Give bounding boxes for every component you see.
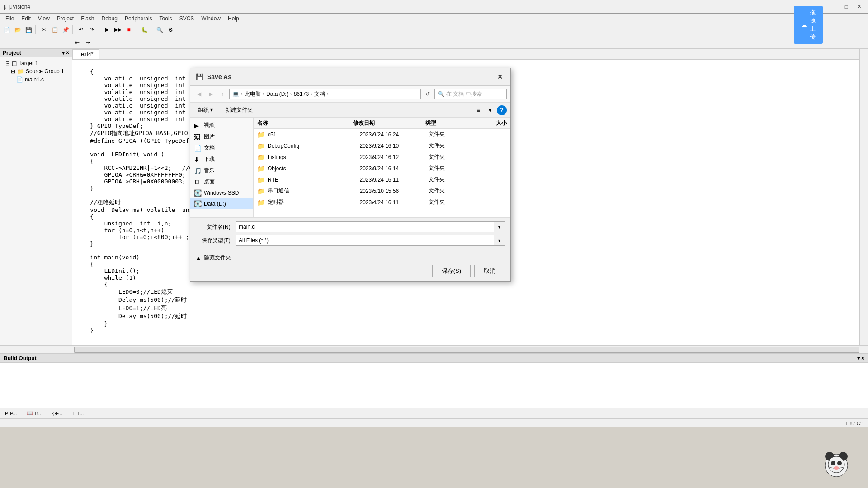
tab-text4[interactable]: Text4* xyxy=(72,49,99,59)
menu-window[interactable]: Window xyxy=(198,14,224,23)
paste-btn[interactable]: 📌 xyxy=(61,25,71,35)
bottom-tab-project[interactable]: P P... xyxy=(0,408,22,418)
nav-refresh-button[interactable]: ↺ xyxy=(423,89,433,99)
open-btn[interactable]: 📂 xyxy=(13,25,23,35)
bottom-tab-templates[interactable]: T T... xyxy=(67,408,89,418)
cut-btn[interactable]: ✂ xyxy=(39,25,49,35)
search-box[interactable]: 🔍 在 文档 中搜索 xyxy=(434,89,507,99)
maximize-button[interactable]: □ xyxy=(841,2,852,11)
bottom-tab-funcs[interactable]: {}F... xyxy=(47,408,67,418)
filename-input[interactable] xyxy=(236,221,494,232)
file-row-rte[interactable]: 📁 RTE 2023/9/24 16:11 文件夹 xyxy=(254,174,510,185)
nav-music[interactable]: 🎵 音乐 xyxy=(190,165,253,176)
horizontal-scrollbar[interactable] xyxy=(74,347,859,353)
redo-btn[interactable]: ↷ xyxy=(87,25,97,35)
search-icon: 🔍 xyxy=(438,91,444,97)
close-button[interactable]: ✕ xyxy=(854,2,864,11)
status-position: L:87 C:1 xyxy=(845,421,864,426)
upload-icon: ☁ xyxy=(801,22,807,28)
nav-desktop[interactable]: 🖥 桌面 xyxy=(190,176,253,188)
svg-point-5 xyxy=(837,461,842,465)
file-row-serial[interactable]: 📁 串口通信 2023/5/10 15:56 文件夹 xyxy=(254,185,510,197)
menu-file[interactable]: File xyxy=(2,14,18,23)
window-controls: ─ □ ✕ xyxy=(828,2,864,11)
outdent-btn[interactable]: ⇥ xyxy=(83,38,93,47)
nav-downloads[interactable]: ⬇ 下载 xyxy=(190,154,253,165)
col-header-name[interactable]: 名称 xyxy=(257,119,353,127)
file-date-timer: 2023/4/24 16:11 xyxy=(359,199,429,206)
toolbar-1: 📄 📂 💾 ✂ 📋 📌 ↶ ↷ ▶ ▶▶ ■ 🐛 🔍 ⚙ xyxy=(0,23,868,36)
file-row-listings[interactable]: 📁 Listings 2023/9/24 16:12 文件夹 xyxy=(254,151,510,163)
nav-pictures[interactable]: 🖼 图片 xyxy=(190,131,253,142)
cancel-button[interactable]: 取消 xyxy=(474,265,505,277)
filetype-dropdown[interactable]: ▾ xyxy=(494,235,505,246)
minimize-button[interactable]: ─ xyxy=(828,2,839,11)
path-sep-2: › xyxy=(263,91,264,97)
address-path[interactable]: 💻 › 此电脑 › Data (D:) › 86173 › 文档 › xyxy=(229,89,421,99)
copy-btn[interactable]: 📋 xyxy=(50,25,60,35)
build-output-controls[interactable]: ▾ × xyxy=(857,355,864,361)
undo-btn[interactable]: ↶ xyxy=(76,25,86,35)
hide-folders-toggle[interactable]: ▲ 隐藏文件夹 xyxy=(190,252,510,262)
build-btn[interactable]: ▶ xyxy=(102,25,112,35)
rebuild-btn[interactable]: ▶▶ xyxy=(113,25,123,35)
dialog-close-button[interactable]: ✕ xyxy=(495,72,505,82)
filetype-label: 保存类型(T): xyxy=(196,237,232,244)
save-as-dialog: 💾 Save As ✕ ◀ ▶ ↑ 💻 › 此电脑 › Data (D:) › … xyxy=(190,68,511,282)
tree-item-main-c[interactable]: 📄 main1.c xyxy=(0,75,72,84)
filename-dropdown[interactable]: ▾ xyxy=(494,221,505,232)
menu-tools[interactable]: Tools xyxy=(156,14,176,23)
col-header-size[interactable]: 大小 xyxy=(473,119,507,127)
indent-btn[interactable]: ⇤ xyxy=(72,38,82,47)
menu-peripherals[interactable]: Peripherals xyxy=(121,14,156,23)
file-row-c51[interactable]: 📁 c51 2023/9/24 16:24 文件夹 xyxy=(254,129,510,140)
dialog-close-icon: ✕ xyxy=(497,73,503,80)
file-row-timer[interactable]: 📁 定时器 2023/4/24 16:11 文件夹 xyxy=(254,197,510,208)
upload-button[interactable]: ☁ 拖拽上传 xyxy=(794,6,823,44)
settings-btn[interactable]: ⚙ xyxy=(165,25,175,35)
path-part-2: 86173 xyxy=(294,91,309,97)
new-folder-button[interactable]: 新建文件夹 xyxy=(221,104,258,116)
col-header-type[interactable]: 类型 xyxy=(425,119,473,127)
build-output-header: Build Output ▾ × xyxy=(0,354,868,363)
windows-ssd-icon: 💽 xyxy=(194,189,201,197)
project-panel-controls[interactable]: ▾ × xyxy=(62,50,69,56)
nav-downloads-label: 下载 xyxy=(204,155,215,163)
nav-up-button[interactable]: ↑ xyxy=(217,89,227,99)
menu-view[interactable]: View xyxy=(34,14,53,23)
nav-data-d[interactable]: 💽 Data (D:) xyxy=(190,198,253,209)
menu-debug[interactable]: Debug xyxy=(98,14,121,23)
tree-item-source-group1[interactable]: ⊟ 📁 Source Group 1 xyxy=(0,67,72,75)
view-dropdown-button[interactable]: ▾ xyxy=(485,105,495,115)
col-header-date[interactable]: 修改日期 xyxy=(353,119,425,127)
menu-flash[interactable]: Flash xyxy=(77,14,98,23)
save-button[interactable]: 保存(S) xyxy=(432,265,471,277)
dialog-toolbar-right: ≡ ▾ ? xyxy=(473,105,507,115)
menu-help[interactable]: Help xyxy=(224,14,243,23)
menu-project[interactable]: Project xyxy=(53,14,77,23)
dialog-title-icon: 💾 xyxy=(196,73,203,80)
menu-edit[interactable]: Edit xyxy=(18,14,34,23)
view-toggle-button[interactable]: ≡ xyxy=(473,105,483,115)
file-row-debugconfig[interactable]: 📁 DebugConfig 2023/9/24 16:10 文件夹 xyxy=(254,140,510,151)
organize-button[interactable]: 组织 ▾ xyxy=(194,104,217,116)
filetype-input[interactable] xyxy=(236,235,494,246)
bottom-tab-books[interactable]: 📖 B... xyxy=(22,408,47,418)
debug-start-btn[interactable]: 🐛 xyxy=(139,25,149,35)
save-btn[interactable]: 💾 xyxy=(24,25,33,35)
file-type-debugconfig: 文件夹 xyxy=(429,142,475,150)
file-type-c51: 文件夹 xyxy=(429,131,475,138)
menu-svcs[interactable]: SVCS xyxy=(176,14,198,23)
file-row-objects[interactable]: 📁 Objects 2023/9/24 16:14 文件夹 xyxy=(254,163,510,174)
find-btn[interactable]: 🔍 xyxy=(155,25,165,35)
panda-decoration xyxy=(814,443,859,479)
folder-icon: 📁 xyxy=(257,142,265,150)
new-btn[interactable]: 📄 xyxy=(2,25,12,35)
nav-documents[interactable]: 📄 文档 xyxy=(190,142,253,154)
stop-btn[interactable]: ■ xyxy=(124,25,134,35)
nav-windows-ssd[interactable]: 💽 Windows-SSD xyxy=(190,188,253,198)
file-name-serial: 串口通信 xyxy=(268,187,359,195)
help-button[interactable]: ? xyxy=(497,105,507,115)
tree-item-target1[interactable]: ⊟ ◫ Target 1 xyxy=(0,59,72,67)
nav-videos[interactable]: ▶ 视频 xyxy=(190,120,253,131)
